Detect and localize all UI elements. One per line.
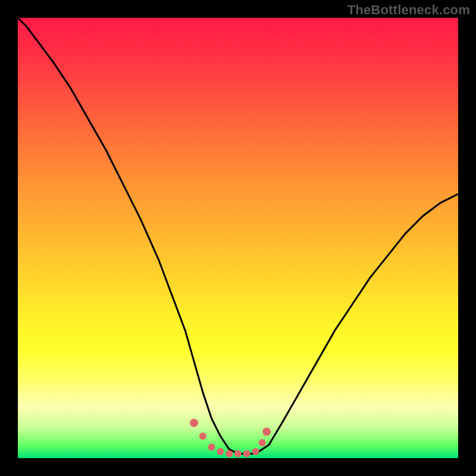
dot [262, 428, 271, 436]
dot [234, 450, 242, 458]
chart-svg [18, 18, 458, 458]
bottleneck-curve [18, 18, 458, 454]
chart-frame [18, 18, 458, 458]
dot [252, 448, 259, 455]
dot [199, 433, 206, 440]
dot [243, 450, 250, 458]
dot [208, 444, 215, 451]
dot [259, 439, 266, 446]
dot [226, 450, 233, 458]
flat-zone-dots [190, 419, 271, 458]
dot [190, 419, 198, 427]
watermark-text: TheBottleneck.com [347, 2, 470, 18]
dot [217, 448, 224, 455]
